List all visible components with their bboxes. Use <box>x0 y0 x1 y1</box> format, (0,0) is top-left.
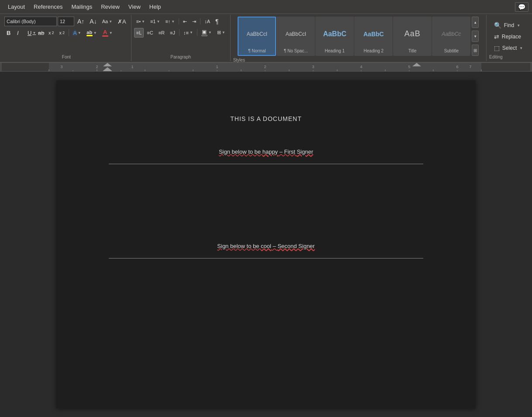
style-normal-label: ¶ Normal <box>248 48 266 53</box>
menu-view[interactable]: View <box>124 2 145 12</box>
align-left-icon: ≡L <box>136 30 142 35</box>
style-nospace-preview: AaBbCcI <box>281 19 311 48</box>
svg-text:1: 1 <box>216 65 218 69</box>
svg-text:2: 2 <box>96 65 98 69</box>
text-effects-button[interactable]: A▼ <box>71 28 83 38</box>
svg-rect-1 <box>481 63 530 72</box>
shading-button[interactable]: ▣ ▼ <box>199 28 214 38</box>
menu-layout[interactable]: Layout <box>3 2 29 12</box>
replace-icon: ⇄ <box>494 33 499 40</box>
borders-button[interactable]: ⊞▼ <box>215 28 228 38</box>
sep4 <box>179 29 180 36</box>
font-size-input[interactable] <box>58 17 74 26</box>
styles-gallery: AaBbCcI ¶ Normal AaBbCcI ¶ No Spac... <box>238 17 470 56</box>
ruler-indent-top <box>103 63 112 66</box>
shrink-font-button[interactable]: A↓ <box>87 17 99 26</box>
subscript-button[interactable]: x2 <box>46 28 56 38</box>
style-subtitle[interactable]: AaBbCc Subtitle <box>432 17 470 56</box>
sign-text-1: Sign below to be happy – First Signer <box>109 148 423 155</box>
style-subtitle-text: AaBbCc <box>442 31 461 37</box>
show-hide-button[interactable]: ¶ <box>213 17 221 26</box>
style-h2-label: Heading 2 <box>364 48 384 53</box>
spell-signer2: Second Signer <box>277 243 314 249</box>
svg-text:3: 3 <box>312 65 314 69</box>
svg-text:4: 4 <box>360 65 362 69</box>
select-button[interactable]: ⬚ Select ▼ <box>490 43 527 53</box>
underline-button[interactable]: U▼ <box>25 28 35 38</box>
svg-text:6: 6 <box>456 65 458 69</box>
spell-happy: happy <box>263 148 278 155</box>
style-normal[interactable]: AaBbCcI ¶ Normal <box>238 17 276 56</box>
style-heading1[interactable]: AaBbC Heading 1 <box>315 17 354 56</box>
bullets-button[interactable]: ≡•▼ <box>134 17 147 26</box>
grow-font-button[interactable]: A↑ <box>75 17 86 26</box>
style-nospace-label: ¶ No Spac... <box>284 48 308 53</box>
da6: ▼ <box>142 20 145 24</box>
increase-indent-button[interactable]: ⇥ <box>190 17 198 26</box>
clear-formatting-button[interactable]: ✗A <box>115 17 128 26</box>
svg-text:1: 1 <box>131 65 133 69</box>
style-normal-preview-text: AaBbCcI <box>247 31 267 37</box>
editing-group: 🔍 Find ▼ ⇄ Replace ⬚ Select ▼ Editing <box>487 15 530 61</box>
strikethrough-button[interactable]: ab <box>36 28 45 38</box>
multilevel-button[interactable]: ≡↑▼ <box>163 17 177 26</box>
style-nospace[interactable]: AaBbCcI ¶ No Spac... <box>276 17 315 56</box>
align-center-button[interactable]: ≡C <box>145 28 155 38</box>
increase-indent-icon: ⇥ <box>192 19 196 24</box>
sort-button[interactable]: ↕A <box>202 17 212 26</box>
da9: ▼ <box>190 31 193 34</box>
highlight-button[interactable]: ab ▼ <box>84 28 99 38</box>
align-right-icon: ≡R <box>159 30 165 35</box>
page: THIS IS A DOCUMENT Sign below to be happ… <box>56 80 476 408</box>
justify-button[interactable]: ≡J <box>168 28 177 38</box>
ribbon: A↑ A↓ Aa▼ ✗A B I U▼ ab x2 x2 A▼ a <box>0 14 532 63</box>
change-case-button[interactable]: Aa▼ <box>100 17 114 26</box>
da7: ▼ <box>157 20 160 24</box>
document-title: THIS IS A DOCUMENT <box>109 115 423 122</box>
style-heading2[interactable]: AaBbC Heading 2 <box>354 17 393 56</box>
sign-text-2-content: Sign below to be cool – Second Signer <box>217 243 314 249</box>
sign-text-1-content: Sign below to be happy – First Signer <box>219 148 313 155</box>
styles-scroll-up[interactable]: ▲ <box>472 17 479 28</box>
justify-icon: ≡J <box>170 30 175 35</box>
numbering-button[interactable]: ≡1▼ <box>148 17 162 26</box>
menu-mailings[interactable]: Mailings <box>67 2 97 12</box>
font-group-label: Font <box>62 54 71 59</box>
menu-bar: Layout References Mailings Review View H… <box>0 0 532 14</box>
styles-expand[interactable]: ⊞ <box>472 45 479 56</box>
align-left-button[interactable]: ≡L <box>134 28 144 38</box>
change-case-icon: Aa <box>102 19 108 24</box>
menu-references[interactable]: References <box>29 2 67 12</box>
bold-button[interactable]: B <box>4 28 14 38</box>
da8: ▼ <box>171 20 175 24</box>
replace-button[interactable]: ⇄ Replace <box>490 31 527 42</box>
style-title[interactable]: AaB Title <box>393 17 432 56</box>
style-normal-preview: AaBbCcI <box>242 19 272 48</box>
font-name-input[interactable] <box>4 17 57 26</box>
menu-review[interactable]: Review <box>97 2 124 12</box>
sign-text-2: Sign below to be cool – Second Signer <box>109 243 423 249</box>
decrease-indent-button[interactable]: ⇤ <box>181 17 189 26</box>
italic-button[interactable]: I <box>15 28 24 38</box>
sign-line-1 <box>109 164 423 164</box>
styles-scroll-down[interactable]: ▼ <box>472 31 479 42</box>
style-nospace-text: AaBbCcI <box>286 31 306 37</box>
dropdown-arrow3: ▼ <box>78 31 81 35</box>
svg-text:3: 3 <box>60 65 62 69</box>
sep2 <box>179 18 179 24</box>
borders-icon: ⊞ <box>217 30 221 35</box>
font-color-button[interactable]: A ▼ <box>100 28 115 38</box>
da10: ▼ <box>208 31 212 34</box>
shading-icon: ▣ <box>201 29 207 36</box>
ruler-svg: 3 2 1 1 2 3 4 5 6 7 <box>2 63 530 72</box>
top-right-area: 💬 <box>511 0 532 14</box>
line-spacing-button[interactable]: ↕≡▼ <box>181 28 195 38</box>
document-area[interactable]: THIS IS A DOCUMENT Sign below to be happ… <box>0 72 532 417</box>
align-center-icon: ≡C <box>147 30 153 35</box>
superscript-button[interactable]: x2 <box>57 28 67 38</box>
feedback-button[interactable]: 💬 <box>515 2 529 12</box>
find-button[interactable]: 🔍 Find ▼ <box>490 20 527 31</box>
align-right-button[interactable]: ≡R <box>156 28 167 38</box>
menu-help[interactable]: Help <box>145 2 166 12</box>
find-icon: 🔍 <box>494 22 501 29</box>
